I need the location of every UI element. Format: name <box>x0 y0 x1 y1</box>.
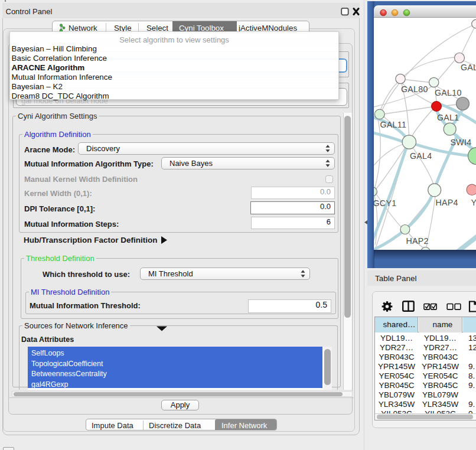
svg-text:GAL1: GAL1 <box>437 113 459 122</box>
svg-text:GAL10: GAL10 <box>435 88 462 97</box>
svg-text:GAL4: GAL4 <box>410 151 432 161</box>
svg-text:GAL7: GAL7 <box>461 63 476 72</box>
svg-text:SWI4: SWI4 <box>451 138 472 147</box>
svg-text:GCY1: GCY1 <box>374 198 396 208</box>
svg-text:HAP2: HAP2 <box>406 236 429 246</box>
svg-text:GAL80: GAL80 <box>401 84 428 94</box>
svg-text:Y: Y <box>471 198 476 207</box>
svg-text:GAL11: GAL11 <box>380 120 407 129</box>
svg-text:HAP4: HAP4 <box>436 198 458 207</box>
